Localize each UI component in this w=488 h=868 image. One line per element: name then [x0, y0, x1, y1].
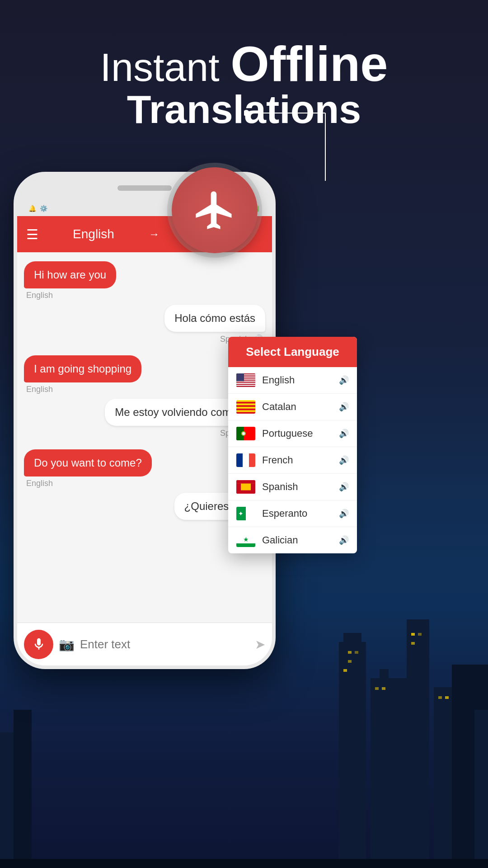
svg-rect-36: [236, 384, 255, 385]
mic-button[interactable]: [24, 630, 53, 659]
phone-speaker: [117, 185, 172, 191]
sound-galician[interactable]: 🔊: [339, 535, 349, 545]
flag-english: [236, 373, 255, 387]
svg-point-41: [238, 374, 239, 375]
sound-catalan[interactable]: 🔊: [339, 402, 349, 412]
title-instant: Instant: [100, 45, 220, 90]
svg-rect-12: [348, 660, 352, 663]
notification-icon: 🔔: [28, 205, 36, 212]
lang-item-spanish[interactable]: Spanish 🔊: [228, 474, 357, 500]
sound-portuguese[interactable]: 🔊: [339, 429, 349, 439]
svg-rect-34: [236, 382, 255, 382]
sound-esperanto[interactable]: 🔊: [339, 509, 349, 519]
svg-rect-29: [236, 377, 255, 377]
flag-galician: ★: [236, 533, 255, 547]
text-input[interactable]: [80, 637, 249, 651]
sent-text-2: I am going shopping: [24, 355, 141, 382]
svg-rect-17: [418, 633, 422, 636]
svg-point-43: [240, 374, 241, 375]
status-icons-left: 🔔 ⚙️: [28, 205, 47, 212]
svg-point-57: [242, 432, 245, 435]
flag-french: [236, 453, 255, 467]
svg-rect-51: [236, 405, 255, 407]
title-offline: Offline: [230, 36, 388, 91]
settings-icon: ⚙️: [40, 205, 47, 212]
svg-rect-30: [236, 377, 255, 378]
flag-us-svg: [236, 373, 255, 387]
svg-rect-9: [14, 710, 32, 868]
svg-rect-2: [371, 678, 407, 868]
svg-rect-18: [411, 642, 415, 645]
lang-name-spanish: Spanish: [262, 481, 332, 493]
flag-portugal-svg: [236, 427, 255, 440]
svg-rect-27: [236, 374, 255, 375]
svg-point-40: [237, 374, 238, 375]
sound-spanish[interactable]: 🔊: [339, 482, 349, 492]
lang-item-english[interactable]: English 🔊: [228, 367, 357, 394]
svg-rect-20: [445, 696, 449, 699]
svg-rect-3: [380, 669, 389, 683]
sent-text-1: Hi how are you: [24, 261, 116, 288]
svg-rect-38: [236, 386, 255, 387]
input-bar: 📷 ➤: [17, 623, 272, 665]
flag-catalan-svg: [236, 400, 255, 414]
lang-item-french[interactable]: French 🔊: [228, 447, 357, 474]
lang-item-esperanto[interactable]: ✦ Esperanto 🔊: [228, 500, 357, 527]
svg-rect-4: [407, 619, 429, 868]
dropdown-header: Select Language: [228, 337, 357, 367]
lang-name-portuguese: Portuguese: [262, 428, 332, 439]
svg-rect-63: [236, 480, 241, 484]
svg-rect-37: [236, 385, 255, 386]
svg-rect-7: [474, 710, 488, 868]
sent-bubble-1: Hi how are you: [24, 261, 265, 291]
svg-rect-15: [382, 687, 385, 690]
svg-rect-33: [236, 381, 255, 382]
svg-text:✦: ✦: [238, 510, 244, 517]
lang-item-portuguese[interactable]: Portuguese 🔊: [228, 420, 357, 447]
flag-spanish: [236, 480, 255, 494]
lang-name-english: English: [262, 374, 332, 386]
lang-name-french: French: [262, 454, 332, 466]
svg-rect-58: [236, 453, 243, 467]
svg-rect-66: [251, 484, 255, 494]
lang-item-galician[interactable]: ★ Galician 🔊: [228, 527, 357, 553]
received-bubble-1: Hola cómo estás: [164, 305, 265, 332]
svg-point-45: [238, 375, 239, 376]
lang-name-galician: Galician: [262, 534, 332, 546]
language-dropdown: Select Language: [228, 337, 357, 553]
svg-rect-39: [236, 373, 244, 381]
svg-rect-21: [0, 859, 488, 868]
received-lang-2: Spanish 🔊: [24, 428, 263, 438]
swap-languages-arrow[interactable]: →: [149, 228, 160, 241]
lang-item-catalan[interactable]: Catalan 🔊: [228, 394, 357, 420]
svg-rect-10: [348, 651, 352, 654]
svg-point-44: [242, 374, 243, 375]
svg-rect-16: [411, 633, 415, 636]
svg-rect-65: [236, 484, 241, 494]
hamburger-menu-icon[interactable]: ☰: [26, 226, 38, 242]
lang-name-esperanto: Esperanto: [262, 508, 332, 519]
airplane-icon: [192, 188, 237, 233]
source-language[interactable]: English: [45, 227, 142, 241]
camera-icon[interactable]: 📷: [59, 637, 75, 652]
sound-french[interactable]: 🔊: [339, 455, 349, 465]
svg-point-46: [239, 375, 239, 376]
sent-lang-1: English: [26, 291, 265, 300]
svg-rect-64: [251, 480, 255, 484]
svg-rect-26: [236, 373, 255, 374]
svg-rect-0: [339, 642, 366, 868]
svg-rect-28: [236, 376, 255, 377]
svg-rect-53: [236, 412, 255, 414]
received-lang-1: Spanish 🔊: [24, 334, 263, 344]
airplane-mode-badge: [172, 167, 258, 253]
flag-france-svg: [236, 453, 255, 467]
title-translations: Translations: [0, 86, 488, 132]
sound-english[interactable]: 🔊: [339, 375, 349, 385]
send-button[interactable]: ➤: [255, 637, 265, 652]
flag-esperanto-svg: ✦: [236, 507, 255, 520]
svg-rect-32: [236, 380, 255, 381]
flag-spain-svg: [236, 480, 255, 494]
flag-portuguese: [236, 427, 255, 440]
svg-rect-1: [343, 633, 361, 646]
svg-rect-14: [375, 687, 379, 690]
